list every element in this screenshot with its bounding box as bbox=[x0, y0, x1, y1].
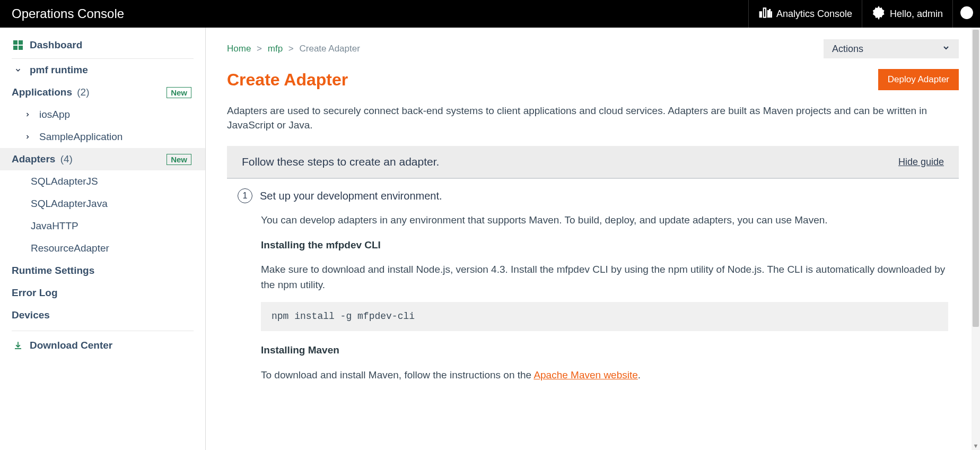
chevron-right-icon bbox=[21, 134, 34, 140]
scrollbar-thumb[interactable] bbox=[973, 30, 979, 327]
breadcrumb-current: Create Adapter bbox=[300, 44, 360, 54]
actions-dropdown[interactable]: Actions bbox=[824, 39, 959, 58]
breadcrumb-home[interactable]: Home bbox=[227, 44, 251, 54]
sidebar-devices[interactable]: Devices bbox=[0, 304, 205, 326]
apache-maven-link[interactable]: Apache Maven website bbox=[533, 369, 637, 380]
sidebar-runtime[interactable]: pmf runtime bbox=[0, 59, 205, 81]
scroll-down-arrow[interactable]: ▼ bbox=[972, 442, 980, 450]
sidebar-adapters[interactable]: Adapters (4) New bbox=[0, 148, 205, 170]
code-block: npm install -g mfpdev-cli bbox=[261, 302, 948, 331]
app-header: Operations Console Analytics Console Hel… bbox=[0, 0, 980, 28]
step-number: 1 bbox=[238, 188, 252, 203]
dashboard-icon bbox=[12, 40, 24, 50]
hide-guide-link[interactable]: Hide guide bbox=[898, 157, 944, 168]
sidebar-adapter-resourceadapter[interactable]: ResourceAdapter bbox=[0, 237, 205, 259]
step-subheading: Installing Maven bbox=[261, 344, 339, 356]
info-icon bbox=[960, 6, 974, 22]
breadcrumb-mfp[interactable]: mfp bbox=[268, 44, 283, 54]
breadcrumb: Home > mfp > Create Adapter bbox=[227, 44, 360, 54]
step-paragraph: To download and install Maven, follow th… bbox=[261, 368, 948, 383]
sidebar-runtime-settings[interactable]: Runtime Settings bbox=[0, 259, 205, 282]
new-badge[interactable]: New bbox=[167, 87, 191, 98]
sidebar-adapter-sqladapterjava[interactable]: SQLAdapterJava bbox=[0, 193, 205, 215]
analytics-icon bbox=[758, 6, 772, 22]
user-greeting[interactable]: Hello, admin bbox=[862, 0, 952, 28]
guide-step-1: 1 Set up your development environment. Y… bbox=[227, 179, 959, 383]
app-title: Operations Console bbox=[12, 6, 748, 21]
guide-header: Follow these steps to create an adapter.… bbox=[227, 146, 959, 179]
svg-rect-1 bbox=[764, 8, 766, 17]
new-badge[interactable]: New bbox=[167, 154, 191, 165]
svg-rect-0 bbox=[759, 11, 762, 17]
sidebar-adapter-javahttp[interactable]: JavaHTTP bbox=[0, 215, 205, 237]
info-button[interactable] bbox=[952, 0, 980, 28]
main-content: Home > mfp > Create Adapter Actions Crea… bbox=[206, 28, 980, 450]
step-subheading: Installing the mfpdev CLI bbox=[261, 239, 381, 250]
sidebar: Dashboard pmf runtime Applications (2) N… bbox=[0, 28, 206, 450]
chevron-down-icon bbox=[942, 44, 950, 55]
step-title: Set up your development environment. bbox=[260, 190, 442, 202]
gear-icon bbox=[872, 6, 886, 22]
svg-rect-2 bbox=[767, 10, 768, 17]
greeting-text: Hello, admin bbox=[890, 8, 943, 20]
deploy-adapter-button[interactable]: Deploy Adapter bbox=[878, 69, 959, 90]
step-paragraph: Make sure to download and install Node.j… bbox=[261, 262, 948, 292]
svg-rect-3 bbox=[769, 9, 770, 17]
sidebar-applications[interactable]: Applications (2) New bbox=[0, 81, 205, 103]
sidebar-error-log[interactable]: Error Log bbox=[0, 282, 205, 304]
analytics-label: Analytics Console bbox=[776, 8, 852, 20]
sidebar-adapter-sqladapterjs[interactable]: SQLAdapterJS bbox=[0, 170, 205, 193]
guide-title: Follow these steps to create an adapter. bbox=[242, 155, 439, 168]
svg-rect-4 bbox=[771, 11, 772, 17]
sidebar-app-sampleapplication[interactable]: SampleApplication bbox=[0, 126, 205, 148]
sidebar-download-center[interactable]: Download Center bbox=[12, 331, 194, 360]
analytics-console-link[interactable]: Analytics Console bbox=[748, 0, 862, 28]
download-icon bbox=[12, 341, 24, 350]
chevron-right-icon bbox=[21, 111, 34, 118]
sidebar-app-iosapp[interactable]: iosApp bbox=[0, 103, 205, 126]
adapter-description: Adapters are used to securely connect ba… bbox=[206, 90, 980, 146]
page-title: Create Adapter bbox=[227, 70, 348, 90]
svg-point-8 bbox=[966, 9, 967, 11]
chevron-down-icon bbox=[12, 66, 24, 74]
sidebar-dashboard[interactable]: Dashboard bbox=[12, 32, 194, 59]
step-paragraph: You can develop adapters in any environm… bbox=[261, 213, 948, 228]
